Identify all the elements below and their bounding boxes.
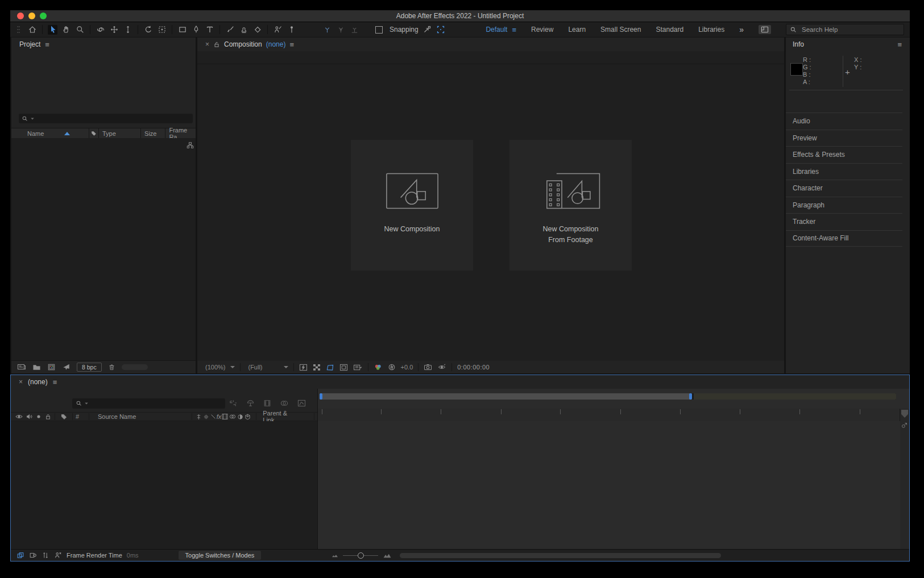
project-tab-label[interactable]: Project <box>19 40 40 48</box>
bounding-box-snap-icon[interactable] <box>436 25 446 35</box>
timeline-tab-label[interactable]: (none) <box>28 378 48 386</box>
pen-tool-icon[interactable] <box>191 25 201 35</box>
audio-icon[interactable] <box>26 413 33 420</box>
time-navigator-span[interactable] <box>320 393 692 400</box>
minimize-window-button[interactable] <box>28 13 35 19</box>
pan-camera-tool-icon[interactable] <box>109 25 119 35</box>
eraser-tool-icon[interactable] <box>252 25 262 35</box>
sampling-icon[interactable] <box>210 413 217 420</box>
mask-visibility-icon[interactable] <box>339 364 348 371</box>
zoom-in-mountain-icon[interactable] <box>383 552 392 559</box>
timeline-vertical-scrollbar[interactable] <box>900 409 909 550</box>
bit-depth-button[interactable]: 8 bpc <box>77 363 102 372</box>
3d-layer-icon[interactable] <box>244 413 251 421</box>
track-area[interactable] <box>318 421 900 550</box>
rotation-tool-icon[interactable] <box>143 25 153 35</box>
selection-tool-icon[interactable] <box>48 25 57 35</box>
workspace-overflow-button[interactable]: » <box>739 25 744 34</box>
project-search-box[interactable] <box>19 114 193 123</box>
maximize-window-button[interactable] <box>40 13 47 19</box>
close-tab-icon[interactable]: × <box>205 40 209 48</box>
snap-cursor-icon[interactable] <box>422 25 432 35</box>
search-options-caret-icon[interactable] <box>31 118 34 119</box>
magnification-select[interactable]: (100%) <box>205 364 225 371</box>
sidebar-item-libraries[interactable]: Libraries <box>786 163 902 180</box>
sidebar-item-character[interactable]: Character <box>786 180 902 197</box>
help-search-input[interactable] <box>801 26 888 34</box>
sidebar-item-effects-presets[interactable]: Effects & Presets <box>786 146 902 163</box>
zoom-tool-icon[interactable] <box>75 25 85 35</box>
index-column[interactable]: # <box>76 413 86 420</box>
navigator-start-handle[interactable] <box>320 393 322 400</box>
layer-switches-toggle-icon[interactable] <box>16 551 24 559</box>
in-out-stretch-toggle-icon[interactable] <box>42 551 49 559</box>
timeline-horizontal-scrollbar[interactable] <box>400 553 721 558</box>
fx-icon[interactable]: fx <box>217 413 222 420</box>
time-ruler[interactable] <box>318 409 900 422</box>
lock-icon[interactable] <box>44 413 52 421</box>
workspace-tab-review[interactable]: Review <box>531 26 553 34</box>
layer-list-area[interactable] <box>11 421 317 550</box>
orbit-camera-tool-icon[interactable] <box>96 25 105 35</box>
workspace-tab-default[interactable]: Default <box>486 26 507 34</box>
timeline-search-input[interactable] <box>90 399 206 409</box>
frame-blend-icon[interactable] <box>263 400 271 407</box>
puppet-pin-tool-icon[interactable] <box>287 25 296 35</box>
source-name-column[interactable]: Source Name <box>98 413 159 420</box>
new-folder-icon[interactable] <box>32 364 41 371</box>
project-items-area[interactable] <box>11 138 196 361</box>
sidebar-item-paragraph[interactable]: Paragraph <box>786 197 902 214</box>
snapshot-camera-icon[interactable] <box>424 364 432 371</box>
project-scrollbar[interactable] <box>122 364 148 370</box>
info-tab-label[interactable]: Info <box>793 40 804 48</box>
solo-icon[interactable] <box>36 414 42 419</box>
trash-icon[interactable] <box>108 363 115 371</box>
hand-tool-icon[interactable] <box>61 25 71 35</box>
time-navigator[interactable] <box>320 393 896 400</box>
toggle-switches-modes-button[interactable]: Toggle Switches / Modes <box>179 551 262 560</box>
rectangle-tool-icon[interactable] <box>177 25 187 35</box>
project-panel-menu-icon[interactable]: ≡ <box>45 40 49 49</box>
column-type[interactable]: Type <box>99 128 141 138</box>
close-tab-icon[interactable]: × <box>19 378 23 386</box>
view-axis-mode-icon[interactable] <box>350 25 359 35</box>
sidebar-item-content-aware-fill[interactable]: Content-Aware Fill <box>786 230 902 247</box>
camera-tool-icon[interactable] <box>157 25 167 35</box>
new-composition-icon[interactable] <box>47 363 56 371</box>
quality-icon[interactable] <box>195 413 202 421</box>
fast-previews-icon[interactable] <box>299 364 308 371</box>
person-icon[interactable] <box>54 551 62 559</box>
motion-blur-column-icon[interactable] <box>229 413 237 420</box>
adjustment-layer-icon[interactable] <box>237 413 244 421</box>
new-composition-card[interactable]: New Composition <box>351 140 473 271</box>
timeline-panel-menu-icon[interactable]: ≡ <box>53 378 57 386</box>
exposure-icon[interactable] <box>388 363 396 371</box>
frame-blend-column-icon[interactable] <box>221 413 229 420</box>
close-window-button[interactable] <box>17 13 24 19</box>
home-tool-icon[interactable] <box>27 25 37 35</box>
timeline-search-box[interactable] <box>72 398 225 409</box>
roto-brush-tool-icon[interactable] <box>273 25 283 35</box>
project-search-input[interactable] <box>36 114 175 123</box>
workspace-tab-standard[interactable]: Standard <box>656 26 683 34</box>
sidebar-item-audio[interactable]: Audio <box>786 113 902 130</box>
column-label-color[interactable] <box>89 128 99 138</box>
magnification-caret-icon[interactable] <box>230 366 235 368</box>
region-of-interest-icon[interactable] <box>326 364 334 371</box>
exposure-value[interactable]: +0.0 <box>401 364 413 371</box>
crop-region-icon[interactable] <box>353 364 363 371</box>
type-tool-icon[interactable] <box>205 25 214 35</box>
composition-panel-menu-icon[interactable]: ≡ <box>289 40 294 49</box>
composition-tab-label[interactable]: Composition <box>224 40 262 48</box>
world-axis-mode-icon[interactable] <box>336 25 346 35</box>
interpret-footage-icon[interactable] <box>17 363 26 371</box>
transfer-controls-toggle-icon[interactable] <box>29 551 37 559</box>
project-flowchart-icon[interactable] <box>187 142 194 149</box>
workspace-tab-learn[interactable]: Learn <box>568 26 586 34</box>
snapping-checkbox[interactable] <box>375 26 383 34</box>
scroll-thumb[interactable] <box>901 410 908 418</box>
resolution-select[interactable]: (Full) <box>248 364 262 371</box>
motion-blur-icon[interactable] <box>280 400 289 407</box>
lock-open-icon[interactable] <box>213 41 220 48</box>
local-axis-mode-icon[interactable] <box>322 25 332 35</box>
